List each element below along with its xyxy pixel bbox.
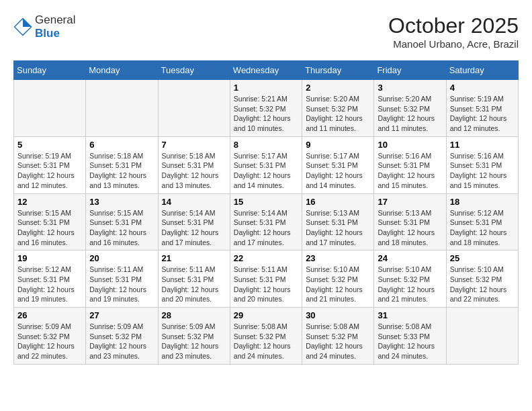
- day-number: 8: [234, 140, 298, 150]
- calendar-cell: 19Sunrise: 5:12 AM Sunset: 5:31 PM Dayli…: [14, 250, 86, 308]
- weekday-header-wednesday: Wednesday: [230, 61, 302, 80]
- calendar-cell: 10Sunrise: 5:16 AM Sunset: 5:31 PM Dayli…: [374, 136, 446, 193]
- day-number: 2: [306, 83, 370, 93]
- day-info: Sunrise: 5:12 AM Sunset: 5:31 PM Dayligh…: [450, 208, 515, 248]
- calendar-cell: 15Sunrise: 5:14 AM Sunset: 5:31 PM Dayli…: [230, 193, 302, 250]
- day-info: Sunrise: 5:10 AM Sunset: 5:32 PM Dayligh…: [306, 265, 370, 304]
- calendar: SundayMondayTuesdayWednesdayThursdayFrid…: [13, 60, 519, 365]
- calendar-cell: 17Sunrise: 5:13 AM Sunset: 5:31 PM Dayli…: [374, 193, 446, 250]
- day-info: Sunrise: 5:17 AM Sunset: 5:31 PM Dayligh…: [234, 151, 298, 191]
- day-number: 19: [17, 253, 82, 263]
- day-number: 13: [89, 197, 154, 207]
- logo: General Blue: [13, 13, 75, 41]
- calendar-cell: 12Sunrise: 5:15 AM Sunset: 5:31 PM Dayli…: [14, 193, 86, 250]
- day-number: 28: [162, 310, 226, 320]
- day-info: Sunrise: 5:12 AM Sunset: 5:31 PM Dayligh…: [17, 265, 82, 304]
- day-number: 5: [17, 140, 82, 150]
- calendar-cell: 14Sunrise: 5:14 AM Sunset: 5:31 PM Dayli…: [158, 193, 230, 250]
- day-info: Sunrise: 5:08 AM Sunset: 5:32 PM Dayligh…: [306, 322, 370, 361]
- day-number: 20: [89, 253, 154, 263]
- calendar-cell: 11Sunrise: 5:16 AM Sunset: 5:31 PM Dayli…: [446, 136, 518, 193]
- day-number: 3: [378, 83, 442, 93]
- calendar-cell: 22Sunrise: 5:11 AM Sunset: 5:31 PM Dayli…: [230, 250, 302, 308]
- calendar-cell: 4Sunrise: 5:19 AM Sunset: 5:31 PM Daylig…: [446, 80, 518, 137]
- day-number: 25: [450, 253, 515, 263]
- day-info: Sunrise: 5:09 AM Sunset: 5:32 PM Dayligh…: [17, 322, 82, 361]
- day-info: Sunrise: 5:19 AM Sunset: 5:31 PM Dayligh…: [17, 151, 82, 191]
- day-info: Sunrise: 5:13 AM Sunset: 5:31 PM Dayligh…: [306, 208, 370, 248]
- weekday-header-thursday: Thursday: [302, 61, 374, 80]
- day-number: 6: [89, 140, 154, 150]
- week-row: 1Sunrise: 5:21 AM Sunset: 5:32 PM Daylig…: [14, 80, 519, 137]
- calendar-cell: 31Sunrise: 5:08 AM Sunset: 5:33 PM Dayli…: [374, 308, 446, 365]
- calendar-cell: 24Sunrise: 5:10 AM Sunset: 5:32 PM Dayli…: [374, 250, 446, 308]
- day-number: 1: [234, 83, 298, 93]
- logo-general: General: [35, 13, 75, 27]
- weekday-header-monday: Monday: [86, 61, 158, 80]
- day-number: 22: [234, 253, 298, 263]
- day-number: 9: [306, 140, 370, 150]
- calendar-cell: 2Sunrise: 5:20 AM Sunset: 5:32 PM Daylig…: [302, 80, 374, 137]
- day-info: Sunrise: 5:14 AM Sunset: 5:31 PM Dayligh…: [162, 208, 226, 248]
- calendar-cell: 8Sunrise: 5:17 AM Sunset: 5:31 PM Daylig…: [230, 136, 302, 193]
- calendar-body: 1Sunrise: 5:21 AM Sunset: 5:32 PM Daylig…: [14, 80, 519, 365]
- day-number: 29: [234, 310, 298, 320]
- day-info: Sunrise: 5:17 AM Sunset: 5:31 PM Dayligh…: [306, 151, 370, 191]
- day-number: 23: [306, 253, 370, 263]
- weekday-header-tuesday: Tuesday: [158, 61, 230, 80]
- logo-text: General Blue: [35, 13, 75, 41]
- calendar-cell: 21Sunrise: 5:11 AM Sunset: 5:31 PM Dayli…: [158, 250, 230, 308]
- calendar-cell: 29Sunrise: 5:08 AM Sunset: 5:32 PM Dayli…: [230, 308, 302, 365]
- calendar-cell: 26Sunrise: 5:09 AM Sunset: 5:32 PM Dayli…: [14, 308, 86, 365]
- week-row: 5Sunrise: 5:19 AM Sunset: 5:31 PM Daylig…: [14, 136, 519, 193]
- day-number: 15: [234, 197, 298, 207]
- weekday-row: SundayMondayTuesdayWednesdayThursdayFrid…: [14, 61, 519, 80]
- calendar-cell: 16Sunrise: 5:13 AM Sunset: 5:31 PM Dayli…: [302, 193, 374, 250]
- day-info: Sunrise: 5:08 AM Sunset: 5:32 PM Dayligh…: [234, 322, 298, 361]
- calendar-cell: [446, 308, 518, 365]
- calendar-cell: [158, 80, 230, 137]
- logo-icon: [13, 17, 32, 36]
- day-info: Sunrise: 5:13 AM Sunset: 5:31 PM Dayligh…: [378, 208, 442, 248]
- calendar-cell: 20Sunrise: 5:11 AM Sunset: 5:31 PM Dayli…: [86, 250, 158, 308]
- day-info: Sunrise: 5:21 AM Sunset: 5:32 PM Dayligh…: [234, 94, 298, 134]
- day-info: Sunrise: 5:19 AM Sunset: 5:31 PM Dayligh…: [450, 94, 515, 134]
- day-info: Sunrise: 5:16 AM Sunset: 5:31 PM Dayligh…: [378, 151, 442, 191]
- day-info: Sunrise: 5:14 AM Sunset: 5:31 PM Dayligh…: [234, 208, 298, 248]
- calendar-cell: 27Sunrise: 5:09 AM Sunset: 5:32 PM Dayli…: [86, 308, 158, 365]
- weekday-header-saturday: Saturday: [446, 61, 518, 80]
- day-number: 10: [378, 140, 442, 150]
- calendar-cell: [14, 80, 86, 137]
- day-number: 30: [306, 310, 370, 320]
- day-info: Sunrise: 5:15 AM Sunset: 5:31 PM Dayligh…: [89, 208, 154, 248]
- day-number: 11: [450, 140, 515, 150]
- day-number: 12: [17, 197, 82, 207]
- calendar-cell: 9Sunrise: 5:17 AM Sunset: 5:31 PM Daylig…: [302, 136, 374, 193]
- day-info: Sunrise: 5:20 AM Sunset: 5:32 PM Dayligh…: [306, 94, 370, 134]
- day-number: 14: [162, 197, 226, 207]
- calendar-cell: 5Sunrise: 5:19 AM Sunset: 5:31 PM Daylig…: [14, 136, 86, 193]
- calendar-cell: 3Sunrise: 5:20 AM Sunset: 5:32 PM Daylig…: [374, 80, 446, 137]
- title-area: October 2025 Manoel Urbano, Acre, Brazil: [388, 13, 519, 50]
- calendar-header: SundayMondayTuesdayWednesdayThursdayFrid…: [14, 61, 519, 80]
- day-info: Sunrise: 5:11 AM Sunset: 5:31 PM Dayligh…: [234, 265, 298, 304]
- day-info: Sunrise: 5:15 AM Sunset: 5:31 PM Dayligh…: [17, 208, 82, 248]
- day-number: 16: [306, 197, 370, 207]
- calendar-cell: [86, 80, 158, 137]
- calendar-cell: 18Sunrise: 5:12 AM Sunset: 5:31 PM Dayli…: [446, 193, 518, 250]
- day-info: Sunrise: 5:10 AM Sunset: 5:32 PM Dayligh…: [378, 265, 442, 304]
- day-number: 17: [378, 197, 442, 207]
- day-info: Sunrise: 5:09 AM Sunset: 5:32 PM Dayligh…: [89, 322, 154, 361]
- day-number: 4: [450, 83, 515, 93]
- day-info: Sunrise: 5:11 AM Sunset: 5:31 PM Dayligh…: [162, 265, 226, 304]
- calendar-cell: 25Sunrise: 5:10 AM Sunset: 5:32 PM Dayli…: [446, 250, 518, 308]
- day-info: Sunrise: 5:09 AM Sunset: 5:32 PM Dayligh…: [162, 322, 226, 361]
- logo-blue: Blue: [35, 27, 75, 40]
- day-info: Sunrise: 5:16 AM Sunset: 5:31 PM Dayligh…: [450, 151, 515, 191]
- day-info: Sunrise: 5:08 AM Sunset: 5:33 PM Dayligh…: [378, 322, 442, 361]
- weekday-header-sunday: Sunday: [14, 61, 86, 80]
- month-title: October 2025: [388, 13, 519, 38]
- day-number: 27: [89, 310, 154, 320]
- calendar-cell: 23Sunrise: 5:10 AM Sunset: 5:32 PM Dayli…: [302, 250, 374, 308]
- day-info: Sunrise: 5:10 AM Sunset: 5:32 PM Dayligh…: [450, 265, 515, 304]
